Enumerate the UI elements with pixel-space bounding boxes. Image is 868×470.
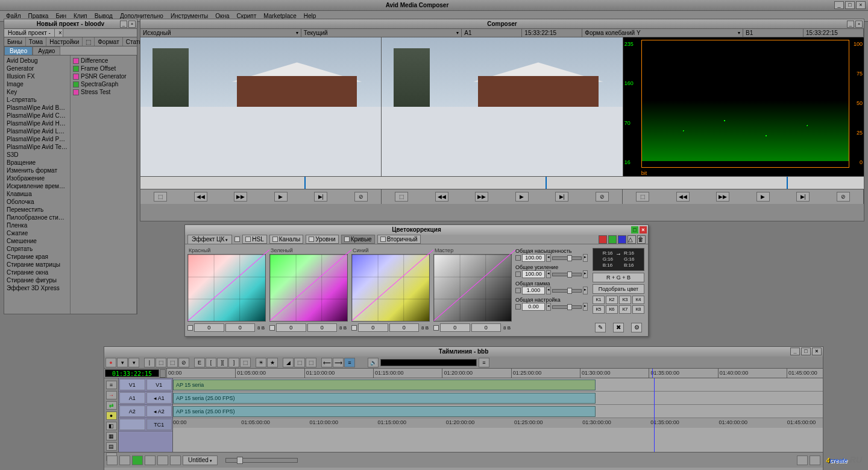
timeline-minimize-button[interactable]: _ (790, 348, 800, 355)
transport-button-1[interactable]: ◀◀ (435, 192, 448, 202)
cc-slider-value[interactable]: 0.00 (522, 303, 545, 311)
track-patch-A2[interactable]: A2 (119, 405, 145, 417)
timeline-tool-20[interactable]: ⬚ (306, 358, 316, 367)
cc-slider-increment[interactable]: ▸ (583, 287, 588, 294)
cc-tab-checkbox[interactable] (344, 237, 350, 242)
record-viewer[interactable] (382, 37, 623, 176)
tl-tool-button-a[interactable] (797, 456, 808, 465)
timeline-tool-18[interactable]: ◢ (283, 358, 294, 367)
project-category-0[interactable]: Бины (4, 37, 26, 46)
effect-category-item[interactable]: PlasmaWipe Avid Paint (7, 135, 68, 143)
timeline-tool-9[interactable]: E (194, 358, 205, 367)
timeline-close-button[interactable]: × (812, 348, 822, 355)
cc-slider-decrement[interactable]: ◂ (546, 270, 551, 278)
effect-category-item[interactable]: PlasmaWipe Avid Techno (7, 143, 68, 151)
cc-rgb-button[interactable]: R + G + B (593, 273, 644, 282)
curve-value-button[interactable]: 0 (358, 323, 388, 332)
transport-button-0[interactable]: ⬚ (636, 192, 649, 202)
clip[interactable]: AP 15 seria (25.00 FPS) (173, 393, 596, 404)
track-patch-A1[interactable]: A1 (119, 392, 145, 404)
source-scrubber[interactable] (140, 177, 382, 189)
curve-value-button[interactable]: 0 (389, 323, 420, 332)
curve-enable-checkbox[interactable] (187, 325, 193, 331)
curve-enable-checkbox[interactable] (351, 325, 357, 331)
cc-slider-increment[interactable]: ▸ (583, 270, 588, 278)
transport-button-2[interactable]: ▶▶ (716, 192, 729, 202)
effect-category-item[interactable]: Спрятать (7, 245, 68, 253)
source-viewer[interactable] (140, 37, 382, 176)
transport-button-3[interactable]: ▶ (274, 192, 288, 202)
cc-effect-dropdown[interactable]: Эффект ЦК (187, 235, 232, 244)
tl-view-button-4[interactable] (145, 456, 156, 465)
cc-slider-value[interactable]: 100.00 (522, 254, 545, 262)
track-patch-◂ A2[interactable]: ◂ A2 (146, 405, 172, 417)
timeline-timecode[interactable]: 01:33:22:15 (105, 369, 159, 377)
cc-slider-track[interactable] (552, 256, 582, 260)
transport-button-3[interactable]: ▶ (756, 192, 770, 202)
cc-slider-track[interactable] (552, 289, 582, 293)
effect-item[interactable]: Stress Test (73, 88, 134, 96)
cc-preset-К6[interactable]: К6 (606, 305, 618, 314)
transport-button-2[interactable]: ▶▶ (475, 192, 488, 202)
cc-remove-icon[interactable]: ✖ (613, 323, 624, 332)
cc-slider-value[interactable]: 1.000 (522, 287, 545, 294)
timeline-side-button-5[interactable]: ▦ (106, 432, 117, 440)
curve-enable-checkbox[interactable] (269, 325, 275, 331)
transport-button-0[interactable]: ⬚ (154, 192, 167, 202)
cc-tab-checkbox[interactable] (245, 237, 251, 242)
project-category-2[interactable]: Настройки (46, 37, 83, 46)
cc-preset-К1[interactable]: К1 (593, 296, 605, 304)
timeline-zoom-slider[interactable] (225, 458, 298, 463)
scope-dropdown[interactable]: Форма колебаний Y (582, 29, 743, 37)
source-monitor-dropdown[interactable]: Исходный (140, 29, 301, 37)
track-patch-TC1[interactable]: TC1 (146, 419, 172, 430)
record-monitor-dropdown[interactable]: Текущий (301, 29, 462, 37)
timeline-side-button-0[interactable]: ≡ (106, 381, 117, 389)
audio-mute-icon[interactable]: 🔊 (368, 358, 379, 367)
effect-category-item[interactable]: Искривление времени (7, 182, 68, 190)
clip[interactable]: AP 15 seria (25.00 FPS) (173, 406, 596, 417)
transport-button-0[interactable]: ⬚ (395, 192, 408, 202)
tl-view-button-6[interactable] (170, 456, 181, 465)
timeline-tool-4[interactable]: | (144, 358, 155, 367)
cc-effect-enable[interactable] (234, 237, 240, 242)
transport-button-5[interactable]: ⊘ (596, 192, 609, 202)
effect-category-item[interactable]: Оболочка (7, 198, 68, 206)
project-tab[interactable]: Новый проект - (4, 29, 55, 37)
effect-category-item[interactable]: Стирание края (7, 253, 68, 261)
effect-category-item[interactable]: Illusion FX (7, 72, 68, 80)
timeline-tool-19[interactable]: ⬚ (294, 358, 305, 367)
cc-tab-checkbox[interactable] (309, 237, 314, 242)
panel-close-button[interactable]: × (128, 21, 136, 28)
timeline-tool-7[interactable]: ⊘ (178, 358, 189, 367)
close-button[interactable]: × (856, 1, 866, 9)
effect-category-item[interactable]: S3D (7, 151, 68, 159)
cc-blue-channel-icon[interactable] (618, 235, 626, 244)
track-indicator-a[interactable]: A1 (462, 29, 522, 37)
effect-category-item[interactable]: PlasmaWipe Avid Lava (7, 127, 68, 135)
effect-category-item[interactable]: Пленка (7, 221, 68, 229)
curve-value-button[interactable]: 0 (440, 323, 470, 332)
minimize-button[interactable]: _ (834, 1, 844, 9)
timeline-tool-5[interactable]: ⬚ (156, 358, 166, 367)
curve-value-button[interactable]: 0 (225, 323, 256, 332)
timeline-side-button-3[interactable]: ● (106, 411, 117, 420)
timeline-tool-6[interactable]: ⬚ (167, 358, 178, 367)
track-row[interactable]: AP 15 seria (25.00 FPS) (173, 405, 823, 418)
track-patch-V1[interactable]: V1 (146, 379, 172, 390)
effect-item[interactable]: SpectraGraph (73, 80, 134, 88)
cc-tab-HSL[interactable]: HSL (242, 235, 266, 244)
effect-category-item[interactable]: PlasmaWipe Avid Center (7, 112, 68, 119)
cc-preset-К2[interactable]: К2 (606, 296, 618, 304)
timeline-tool-1[interactable]: ▾ (117, 358, 128, 367)
effect-category-item[interactable]: Смешение (7, 237, 68, 245)
timeline-tool-13[interactable]: ⬚ (240, 358, 251, 367)
cc-match-color-button[interactable]: Подобрать цвет (593, 284, 644, 294)
timeline-tool-0[interactable]: ● (105, 358, 116, 367)
project-subtab-Видео[interactable]: Видео (4, 46, 33, 55)
tl-view-button-2[interactable] (119, 456, 130, 465)
cc-tab-Уровни[interactable]: Уровни (306, 235, 338, 244)
effect-category-item[interactable]: Стирание фигуры (7, 276, 68, 284)
track-patch-V1[interactable]: V1 (119, 379, 145, 390)
effect-item[interactable]: PSNR Generator (73, 72, 134, 80)
